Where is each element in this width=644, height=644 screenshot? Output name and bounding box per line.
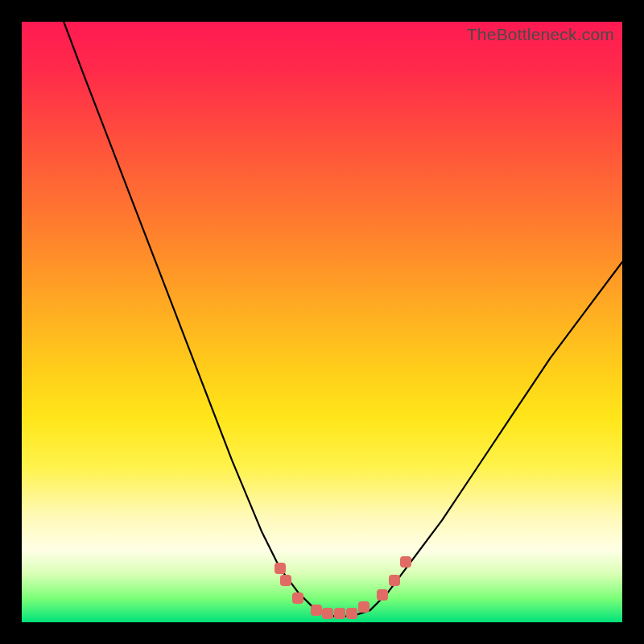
chart-frame: TheBottleneck.com	[0, 0, 644, 644]
curve-marker	[292, 592, 303, 604]
curve-marker	[334, 608, 345, 619]
curve-marker	[275, 563, 286, 574]
curve-marker	[322, 608, 333, 619]
curve-marker	[389, 575, 400, 586]
plot-area: TheBottleneck.com	[22, 22, 622, 622]
curve-marker	[346, 608, 357, 619]
marker-layer	[22, 22, 622, 622]
curve-marker	[400, 556, 411, 568]
curve-marker	[358, 601, 369, 613]
curve-marker	[377, 589, 388, 601]
curve-marker	[280, 575, 291, 586]
curve-marker	[311, 605, 322, 616]
